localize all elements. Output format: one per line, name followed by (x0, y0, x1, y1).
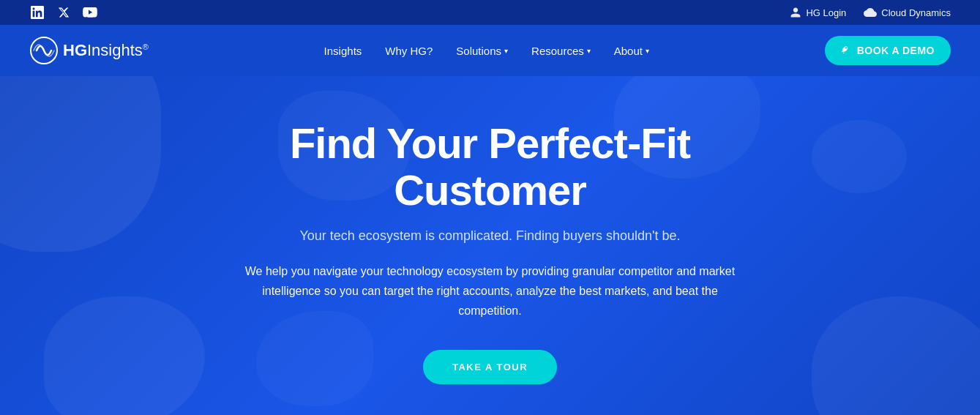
chevron-down-icon: ▾ (646, 47, 649, 55)
logo-insights: Insights (87, 41, 143, 59)
x-twitter-icon[interactable] (56, 4, 72, 20)
take-tour-label: TAKE A TOUR (452, 362, 528, 373)
top-bar: HG Login Cloud Dynamics (0, 0, 980, 25)
logo-icon (29, 36, 59, 65)
nav-link-resources[interactable]: Resources ▾ (531, 45, 591, 57)
linkedin-icon[interactable] (29, 4, 45, 20)
blob-decoration-1 (0, 76, 161, 252)
take-tour-button[interactable]: TAKE A TOUR (423, 350, 557, 384)
top-right-links: HG Login Cloud Dynamics (790, 7, 951, 18)
social-links (29, 4, 98, 20)
chevron-down-icon: ▾ (587, 47, 591, 55)
blob-decoration-6 (812, 120, 907, 193)
nav-item-solutions[interactable]: Solutions ▾ (456, 45, 508, 57)
rocket-icon (841, 45, 851, 56)
nav-link-solutions[interactable]: Solutions ▾ (456, 45, 508, 57)
cloud-dynamics-label: Cloud Dynamics (881, 7, 951, 18)
hero-body: We help you navigate your technology eco… (242, 261, 739, 321)
logo[interactable]: HGInsights® (29, 36, 149, 65)
user-icon (790, 7, 801, 18)
chevron-down-icon: ▾ (504, 47, 508, 55)
nav-link-insights[interactable]: Insights (324, 45, 362, 57)
logo-sup: ® (143, 42, 149, 51)
nav-link-why-hg[interactable]: Why HG? (385, 45, 433, 57)
hero-section: Find Your Perfect-Fit Customer Your tech… (0, 76, 980, 415)
cloud-dynamics-link[interactable]: Cloud Dynamics (864, 7, 951, 18)
navbar: HGInsights® Insights Why HG? Solutions ▾… (0, 25, 980, 76)
book-demo-button[interactable]: BOOK A DEMO (825, 36, 951, 65)
nav-link-about[interactable]: About ▾ (614, 45, 649, 57)
youtube-icon[interactable] (82, 4, 98, 20)
hg-login-label: HG Login (806, 7, 846, 18)
nav-links: Insights Why HG? Solutions ▾ Resources ▾… (324, 45, 649, 57)
hero-subtitle: Your tech ecosystem is complicated. Find… (198, 228, 783, 244)
logo-hg: HG (63, 41, 87, 59)
hero-content: Find Your Perfect-Fit Customer Your tech… (198, 120, 783, 384)
hero-title: Find Your Perfect-Fit Customer (198, 120, 783, 214)
nav-item-insights[interactable]: Insights (324, 45, 362, 57)
hg-login-link[interactable]: HG Login (790, 7, 846, 18)
nav-item-about[interactable]: About ▾ (614, 45, 649, 57)
nav-item-why-hg[interactable]: Why HG? (385, 45, 433, 57)
blob-decoration-5 (812, 296, 980, 415)
logo-text: HGInsights® (63, 41, 149, 60)
cloud-icon (864, 7, 877, 18)
blob-decoration-2 (44, 296, 205, 415)
nav-item-resources[interactable]: Resources ▾ (531, 45, 591, 57)
book-demo-label: BOOK A DEMO (857, 45, 935, 56)
